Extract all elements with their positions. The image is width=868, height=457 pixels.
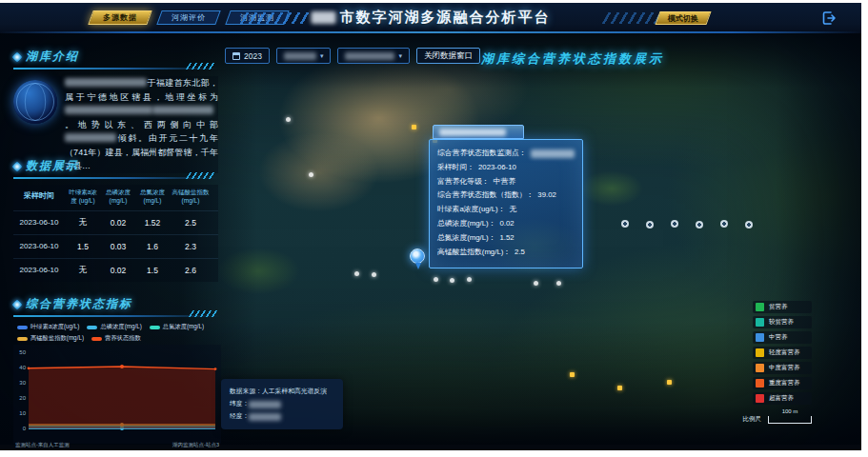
popup-row-value: 1.52 (500, 231, 515, 246)
tab-河湖评价[interactable]: 河湖评价 (156, 10, 220, 25)
map-marker-station[interactable] (720, 220, 728, 228)
popup-row-label: 综合营养状态指数监测点： (437, 147, 527, 161)
map-marker-station[interactable] (696, 221, 703, 228)
trophic-legend-item: 轻度富营养 (753, 347, 812, 359)
title-underline (13, 177, 218, 179)
tab-多源数据[interactable]: 多源数据 (88, 10, 151, 25)
popup-row-label: 总氮浓度(mg/L)： (437, 231, 496, 246)
scale-bar: 100 m (768, 416, 812, 424)
title-underline (13, 315, 221, 317)
popup-row: 综合营养状态指数监测点： (437, 147, 575, 161)
map-marker-pin-yellow[interactable] (412, 125, 416, 129)
logout-icon[interactable] (821, 10, 837, 26)
popup-body: 综合营养状态指数监测点：采样时间：2023-06-10富营养化等级：中营养综合营… (429, 139, 583, 268)
table-column-header: 总磷浓度 (mg/L) (101, 189, 135, 206)
table-cell: 1.5 (65, 242, 101, 251)
table-cell: 2.3 (170, 242, 212, 251)
legend-item-label: 贫营养 (769, 303, 788, 311)
redacted-longitude (249, 413, 281, 421)
redacted-popup-title (439, 129, 506, 136)
year-picker[interactable]: 2023 (225, 48, 270, 64)
map-marker-station[interactable] (621, 220, 629, 228)
table-cell: 0.02 (101, 266, 135, 275)
svg-text:20: 20 (19, 395, 26, 401)
app-root: 多源数据河湖评价河湖监测 市数字河湖多源融合分析平台 模式切换 湖库介绍 于福建… (0, 3, 861, 450)
popup-row: 总氮浓度(mg/L)：1.52 (437, 231, 575, 246)
svg-text:40: 40 (19, 365, 26, 370)
diamond-icon (11, 161, 22, 171)
mode-switch-button[interactable]: 模式切换 (655, 11, 711, 25)
panel-title: 湖库介绍 (26, 49, 79, 65)
table-column-header: 总氮浓度 (mg/L) (135, 189, 170, 206)
legend-item-label: 中营养 (769, 333, 788, 342)
legend-label: 叶绿素a浓度(ug/L) (30, 323, 79, 331)
map-marker-dot[interactable] (467, 277, 472, 282)
lake-dropdown[interactable]: ▾ (337, 48, 410, 64)
table-cell: 1.6 (135, 242, 170, 251)
header-bar: 多源数据河湖评价河湖监测 市数字河湖多源融合分析平台 模式切换 (0, 3, 861, 33)
legend-item: 总氮浓度(mg/L) (150, 323, 204, 331)
legend-label: 营养状态指数 (105, 334, 141, 343)
table-row: 2023-06-101.50.031.62.3 (13, 234, 218, 258)
legend-label: 总磷浓度(mg/L) (100, 323, 141, 331)
tab-label: 河湖评价 (172, 12, 206, 23)
legend-color-swatch (756, 303, 764, 311)
source-line: 数据来源：人工采样和高光谱反演 (230, 386, 334, 398)
legend-item: 叶绿素a浓度(ug/L) (17, 323, 79, 331)
intro-text-segment: 。地势以东、西两侧向中部 (65, 120, 218, 129)
map-marker-station[interactable] (745, 221, 753, 228)
map-marker-dot[interactable] (286, 117, 291, 122)
redacted-value (531, 149, 575, 158)
popup-row: 富营养化等级：中营养 (437, 175, 575, 189)
diamond-icon (11, 299, 22, 309)
region-dropdown[interactable]: ▾ (276, 48, 332, 64)
svg-text:10: 10 (19, 410, 26, 416)
map-marker-dot[interactable] (309, 172, 313, 177)
map-marker-dot[interactable] (434, 277, 438, 282)
table-column-header: 采样时间 (13, 191, 65, 202)
redacted-city-name (312, 11, 336, 24)
map-marker-dot[interactable] (556, 281, 561, 286)
redacted-dropdown-value (345, 52, 394, 60)
selected-station-pin[interactable] (410, 248, 425, 264)
globe-icon (13, 80, 57, 124)
nutrition-index-chart-panel: 综合营养状态指标 叶绿素a浓度(ug/L)总磷浓度(mg/L)总氮浓度(mg/L… (13, 296, 221, 448)
table-cell: 无 (65, 265, 101, 276)
map-marker-dot[interactable] (450, 278, 454, 283)
map-marker-pin-yellow[interactable] (667, 380, 672, 385)
trophic-legend-item: 中营养 (753, 331, 812, 344)
legend-item: 总磷浓度(mg/L) (87, 323, 141, 331)
map-toolbar: 2023 ▾ ▾ 关闭数据窗口 (225, 48, 480, 64)
redacted-text (65, 78, 147, 87)
popup-row-label: 叶绿素a浓度(ug/L)： (437, 203, 506, 217)
x-label-left: 监测站点-来自人工监测 (15, 442, 70, 448)
map-marker-station[interactable] (646, 221, 654, 228)
table-cell: 2.5 (170, 218, 212, 228)
diamond-icon (11, 51, 22, 62)
legend-item: 营养状态指数 (91, 334, 141, 343)
svg-text:30: 30 (19, 380, 26, 386)
map-marker-station[interactable] (671, 220, 678, 228)
table-row: 2023-06-10无0.021.522.5 (13, 210, 218, 234)
decorative-stripes (240, 12, 313, 24)
redacted-dropdown-value (284, 52, 316, 60)
close-data-window-button[interactable]: 关闭数据窗口 (416, 48, 480, 64)
legend-swatch (17, 326, 28, 329)
map-marker-dot[interactable] (372, 272, 376, 277)
page-title: 市数字河湖多源融合分析平台 (340, 9, 551, 27)
map-marker-dot[interactable] (534, 281, 538, 286)
trophic-legend-item: 较贫营养 (753, 316, 812, 328)
legend-swatch (91, 337, 102, 341)
app-title-wrap: 市数字河湖多源融合分析平台 (312, 9, 551, 27)
map-marker-dot[interactable] (354, 271, 359, 276)
trophic-legend-item: 贫营养 (753, 301, 812, 313)
legend-color-swatch (756, 379, 764, 387)
map-marker-pin-yellow[interactable] (570, 372, 575, 377)
calendar-icon (232, 52, 240, 60)
station-info-popup[interactable]: 综合营养状态指数监测点：采样时间：2023-06-10富营养化等级：中营养综合营… (429, 125, 583, 268)
table-header-row: 采样时间叶绿素a浓度 (ug/L)总磷浓度 (mg/L)总氮浓度 (mg/L)高… (13, 185, 218, 210)
map-marker-pin-yellow[interactable] (617, 386, 622, 390)
popup-row-value: 2023-06-10 (478, 161, 516, 175)
table-cell: 2023-06-10 (13, 266, 65, 274)
legend-swatch (150, 326, 160, 329)
